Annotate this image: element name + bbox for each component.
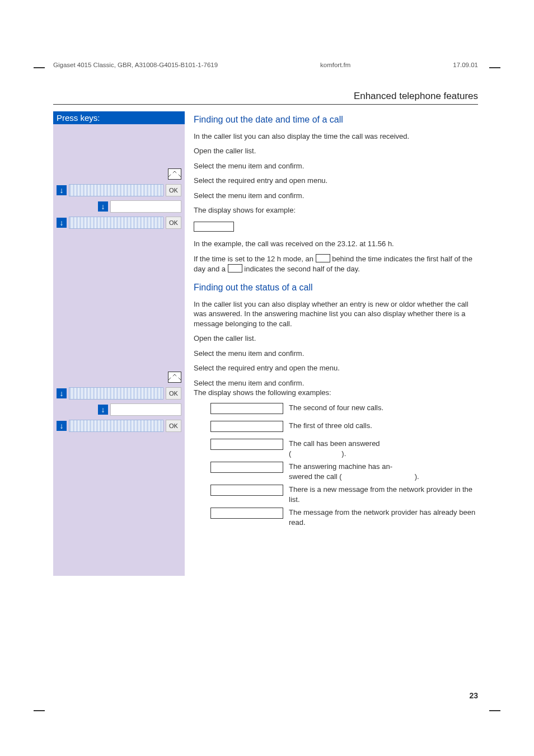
body-text: Select the menu item and confirm. [194,349,478,359]
body-text: In the example, the call was received on… [194,239,478,249]
subsection-title: Finding out the status of a call [194,281,478,294]
body-text: The display shows for example: [194,205,478,215]
inline-box-icon [316,254,330,262]
display-example-box [210,421,283,432]
display-example-box [210,508,283,519]
ok-button[interactable]: OK [166,217,181,229]
display-example-box [210,439,283,450]
display-field [69,184,163,196]
arrow-down-icon [57,218,67,228]
body-text: Select the required entry and open menu. [194,176,478,186]
arrow-down-icon [57,185,67,195]
example-text: The message from the network provider ha… [289,508,478,527]
header-left: Gigaset 4015 Classic, GBR, A31008-G4015-… [53,62,218,68]
ok-button[interactable]: OK [166,387,181,400]
display-example-box [210,485,283,496]
display-example-box [210,462,283,473]
inline-box-icon [228,264,242,273]
example-text: The answering machine has an- swered the… [289,462,478,481]
example-text: The second of four new calls. [289,403,478,417]
arrow-down-icon [98,201,108,212]
press-keys-header: Press keys: [53,111,185,124]
body-text: Select the menu item and confirm. [194,161,478,171]
arrow-down-icon [98,405,108,415]
display-field [110,200,181,213]
body-text: Select the required entry and open the m… [194,363,478,373]
display-field [69,420,163,432]
display-field [69,387,163,400]
body-text: In the caller list you can also display … [194,299,478,329]
ok-button[interactable]: OK [166,420,181,432]
arrow-down-icon [57,421,67,431]
body-text: If the time is set to the 12 h mode, an … [194,254,478,274]
subsection-title: Finding out the date and time of a call [194,114,478,126]
display-example-box [194,222,234,232]
display-example-box [210,403,283,414]
display-field [69,217,163,229]
example-text: The first of three old calls. [289,421,478,435]
example-text: There is a new message from the network … [289,485,478,504]
envelope-icon [168,168,181,180]
body-text: Select the menu item and confirm. [194,191,478,201]
example-text: The call has been answered (). [289,439,478,458]
page-number: 23 [469,691,478,700]
body-text: In the caller list you can also display … [194,132,478,142]
arrow-down-icon [57,388,67,398]
envelope-icon [168,372,181,383]
display-field [110,403,181,416]
header-mid: komfort.fm [320,62,350,68]
ok-button[interactable]: OK [166,184,181,196]
header-line: Gigaset 4015 Classic, GBR, A31008-G4015-… [53,62,478,68]
body-text: Open the caller list. [194,146,478,156]
header-right: 17.09.01 [453,62,478,68]
body-text: Select the menu item and confirm. The di… [194,378,478,398]
content-column: Finding out the date and time of a call … [194,111,478,576]
body-text: Open the caller list. [194,334,478,344]
press-keys-column: Press keys: OK OK OK [53,111,185,576]
section-title: Enhanced telephone features [53,91,478,105]
